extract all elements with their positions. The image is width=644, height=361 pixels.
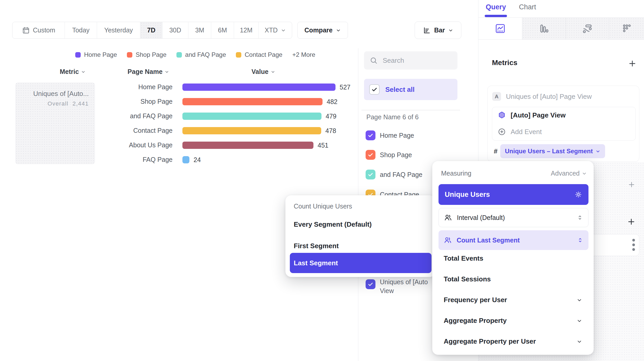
legend-item[interactable]: and FAQ Page: [176, 51, 226, 58]
measure-unique-users-selected[interactable]: Unique Users: [439, 184, 588, 205]
metric-a-title: Uniques of [Auto] Page View: [506, 92, 592, 101]
analytics-report-page: Custom Today Yesterday 7D 30D 3M 6M 12M …: [0, 0, 644, 361]
date-range-7d[interactable]: 7D: [140, 22, 162, 38]
add-event-row[interactable]: Add Event: [498, 128, 542, 136]
tab-query[interactable]: Query: [486, 3, 506, 11]
event-row[interactable]: [Auto] Page View: [498, 111, 566, 119]
metric-overall: Overall 2,441: [19, 100, 89, 107]
checked-checkbox[interactable]: [366, 279, 375, 289]
users-icon: [444, 236, 452, 244]
search-icon: [370, 57, 378, 64]
metric-letter-badge: A: [492, 92, 501, 101]
report-tab-retention[interactable]: [609, 18, 644, 39]
select-all-row[interactable]: Select all: [364, 79, 457, 100]
bar[interactable]: [182, 84, 335, 91]
bar-value: 479: [326, 113, 337, 120]
gear-icon[interactable]: [574, 191, 582, 198]
date-range-xtd[interactable]: XTD: [259, 22, 292, 38]
value-column-header[interactable]: Value: [237, 68, 289, 75]
bar[interactable]: [182, 127, 321, 134]
unfold-more-icon: [577, 237, 583, 243]
add-breakdown-button[interactable]: [627, 217, 636, 226]
active-tab-underline: [485, 15, 507, 17]
menu-item-total-sessions[interactable]: Total Sessions: [444, 275, 491, 283]
legend-item[interactable]: Contact Page: [236, 51, 282, 58]
bar-value: 478: [325, 127, 336, 135]
date-range-today[interactable]: Today: [65, 22, 97, 38]
date-range-custom[interactable]: Custom: [12, 22, 65, 38]
page-name-column-header[interactable]: Page Name: [117, 68, 180, 75]
date-range-3m[interactable]: 3M: [188, 22, 211, 38]
measuring-title: Measuring: [441, 170, 471, 177]
date-range-12m[interactable]: 12M: [234, 22, 259, 38]
menu-item-aggregate-property-per-user[interactable]: Aggregate Property per User: [444, 337, 582, 345]
checked-checkbox[interactable]: [366, 170, 375, 179]
menu-item-every-segment[interactable]: Every Segment (Default): [285, 210, 435, 228]
legend-more[interactable]: +2 More: [292, 51, 315, 58]
bar-value: 451: [318, 142, 328, 149]
menu-item-last-segment-selected[interactable]: Last Segment: [290, 253, 431, 273]
compare-button[interactable]: Compare: [297, 22, 348, 39]
users-icon: [444, 213, 452, 222]
bar-row: 24: [182, 156, 201, 164]
legend-item[interactable]: Shop Page: [127, 51, 167, 58]
report-tab-funnels[interactable]: [522, 18, 566, 39]
interval-default-row[interactable]: Interval (Default): [439, 208, 588, 227]
bar[interactable]: [182, 156, 189, 163]
metrics-heading: Metrics: [492, 59, 517, 67]
add-metric-button[interactable]: [628, 59, 637, 68]
date-range-label: Custom: [33, 26, 55, 34]
search-placeholder: Search: [383, 57, 404, 65]
date-range-6m[interactable]: 6M: [211, 22, 234, 38]
bar-row-label: Home Page: [95, 83, 173, 91]
add-filter-button[interactable]: [628, 181, 635, 189]
metric-title: Uniques of [Auto...: [19, 90, 89, 98]
checked-checkbox[interactable]: [366, 150, 375, 160]
report-tab-insights[interactable]: [478, 18, 522, 39]
menu-item-aggregate-property[interactable]: Aggregate Property: [444, 317, 582, 325]
metric-summary-card[interactable]: Uniques of [Auto... Overall 2,441: [15, 82, 95, 164]
unfold-more-icon: [577, 214, 583, 221]
bar[interactable]: [182, 113, 321, 120]
event-name: [Auto] Page View: [511, 111, 566, 119]
more-options-button[interactable]: [632, 238, 636, 252]
menu-item-frequency-per-user[interactable]: Frequency per User: [444, 296, 582, 304]
filter-item-shop-page[interactable]: Shop Page: [366, 150, 412, 160]
bar-value: 24: [194, 156, 201, 164]
bar[interactable]: [182, 142, 313, 149]
filter-group-label: Page Name 6 of 6: [366, 113, 419, 121]
icon-strip-border: [478, 39, 644, 40]
bar-row-label: Contact Page: [95, 127, 173, 134]
checked-checkbox[interactable]: [366, 130, 375, 140]
count-last-segment-row[interactable]: Count Last Segment: [439, 230, 588, 250]
date-range-30d[interactable]: 30D: [162, 22, 188, 38]
bar-row: 482: [182, 98, 338, 106]
menu-item-first-segment[interactable]: First Segment: [285, 228, 435, 250]
bar-row-label: About Us Page: [95, 141, 173, 149]
measurement-pill[interactable]: Unique Users – Last Segment: [500, 144, 605, 158]
bar-value: 482: [327, 98, 338, 106]
add-event-label: Add Event: [511, 128, 542, 136]
filter-item-and-faq-page[interactable]: and FAQ Page: [366, 170, 422, 179]
date-range-yesterday[interactable]: Yesterday: [97, 22, 141, 38]
menu-item-total-events[interactable]: Total Events: [444, 254, 483, 262]
insights-chart-icon: [494, 23, 506, 34]
select-all-checkbox[interactable]: [369, 84, 380, 95]
search-input[interactable]: Search: [364, 51, 457, 70]
chevron-down-icon: [81, 70, 86, 74]
advanced-dropdown[interactable]: Advanced: [551, 170, 587, 177]
chevron-down-icon: [448, 28, 453, 33]
filter-divider: [361, 110, 460, 110]
filter-item-home-page[interactable]: Home Page: [366, 130, 414, 140]
filter-item-uniques[interactable]: Uniques of [Auto View: [366, 277, 428, 295]
chevron-down-icon: [577, 339, 582, 344]
chart-type-dropdown[interactable]: Bar: [415, 22, 461, 39]
chart-legend: Home Page Shop Page and FAQ Page Contact…: [75, 51, 315, 58]
tab-chart[interactable]: Chart: [519, 3, 536, 11]
legend-item[interactable]: Home Page: [75, 51, 117, 58]
metric-column-header[interactable]: Metric: [44, 68, 101, 75]
calendar-icon: [22, 26, 30, 34]
date-range-segmented-control: Custom Today Yesterday 7D 30D 3M 6M 12M …: [12, 22, 292, 39]
bar[interactable]: [182, 98, 323, 105]
report-tab-flows[interactable]: [566, 18, 609, 39]
